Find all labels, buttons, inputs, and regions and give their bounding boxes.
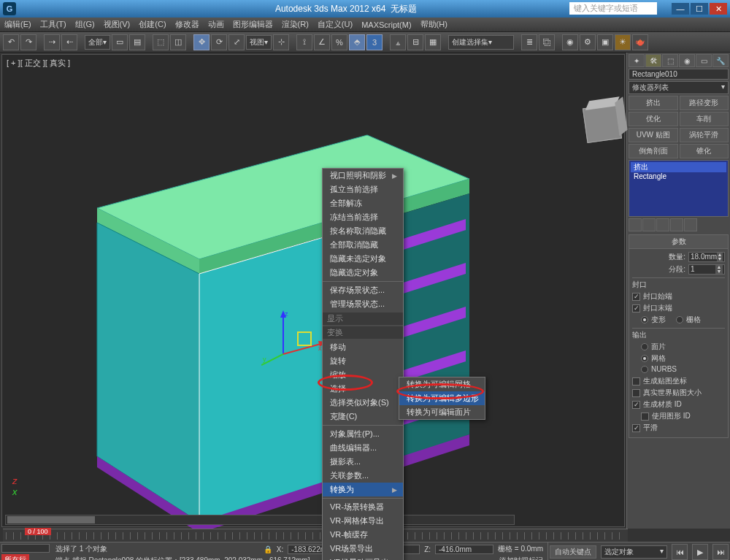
next-key-button[interactable]: ⏭ bbox=[712, 544, 729, 560]
select-object-button[interactable]: ⬚ bbox=[153, 34, 169, 50]
menu-item[interactable]: 视图(V) bbox=[104, 19, 131, 30]
gen-map-checkbox[interactable] bbox=[632, 377, 640, 386]
modifier-button[interactable]: 路径变形 bbox=[680, 96, 729, 110]
menu-item[interactable]: 自定义(U) bbox=[318, 19, 353, 30]
amount-spinner[interactable]: 18.0mm▲▼ bbox=[688, 252, 725, 262]
modifier-button[interactable]: 锥化 bbox=[680, 144, 729, 158]
modifier-button[interactable]: 倒角剖面 bbox=[629, 144, 678, 158]
make-unique-icon[interactable] bbox=[656, 218, 669, 231]
viewport-scrollbar[interactable] bbox=[5, 515, 515, 525]
transform-gizmo[interactable]: z y x bbox=[261, 310, 327, 376]
context-menu-item[interactable]: 视口照明和阴影▶ bbox=[323, 169, 403, 183]
segments-spinner[interactable]: 1▲▼ bbox=[688, 264, 725, 275]
render-frame-button[interactable]: ▣ bbox=[597, 34, 613, 50]
context-menu-item[interactable]: 隐藏选定对象 bbox=[323, 266, 403, 280]
cap-start-checkbox[interactable]: ✓ bbox=[632, 293, 640, 301]
context-menu-item[interactable]: VR-网格体导出 bbox=[323, 514, 403, 528]
modifier-stack[interactable]: 挤出 Rectangle bbox=[629, 160, 729, 217]
script-mini-listener[interactable] bbox=[1, 544, 50, 553]
cap-end-checkbox[interactable]: ✓ bbox=[632, 304, 640, 312]
morph-radio[interactable] bbox=[641, 316, 648, 323]
named-selection-dropdown[interactable]: 创建选择集 ▾ bbox=[448, 35, 514, 50]
align-button[interactable]: ⊟ bbox=[407, 34, 423, 50]
angle-snap-toggle[interactable]: ∠ bbox=[314, 34, 330, 50]
menu-item[interactable]: 图形编辑器 bbox=[233, 19, 273, 30]
context-menu-item[interactable]: 隐藏未选定对象 bbox=[323, 252, 403, 266]
modifier-stack-item[interactable]: Rectangle bbox=[631, 172, 726, 180]
close-button[interactable]: ✕ bbox=[710, 3, 727, 15]
minimize-button[interactable]: — bbox=[672, 3, 689, 15]
schematic-button[interactable]: ⿻ bbox=[539, 34, 555, 50]
show-result-icon[interactable] bbox=[642, 218, 656, 231]
context-menu-item[interactable]: VR场景导出 bbox=[323, 542, 403, 556]
output-patch-radio[interactable] bbox=[641, 343, 648, 350]
context-menu-item[interactable]: 旋转 bbox=[323, 354, 403, 368]
context-menu-item[interactable]: 孤立当前选择 bbox=[323, 183, 403, 196]
auto-key-button[interactable]: 自动关键点 bbox=[550, 545, 596, 559]
remove-mod-icon[interactable] bbox=[670, 218, 683, 231]
viewport[interactable]: [ + ][ 正交 ][ 真实 ] zx bbox=[1, 54, 625, 527]
context-menu-item[interactable]: 缩放 bbox=[323, 368, 403, 382]
time-slider-thumb[interactable]: 0 / 100 bbox=[25, 528, 51, 535]
grid-radio[interactable] bbox=[676, 316, 683, 323]
redo-button[interactable]: ↷ bbox=[20, 34, 36, 50]
quick-render-button[interactable]: ☀ bbox=[615, 34, 631, 50]
context-menu-item[interactable]: 管理场景状态... bbox=[323, 297, 403, 311]
create-tab[interactable]: ✦ bbox=[629, 54, 645, 67]
context-menu-item[interactable]: 转换为可编辑多边形 bbox=[399, 391, 485, 405]
select-name-button[interactable]: ▤ bbox=[129, 34, 145, 50]
prev-key-button[interactable]: ⏮ bbox=[672, 544, 688, 560]
modifier-button[interactable]: 优化 bbox=[629, 112, 678, 126]
modifier-stack-item[interactable]: 挤出 bbox=[631, 162, 726, 172]
motion-tab[interactable]: ◉ bbox=[679, 54, 695, 67]
percent-snap-toggle[interactable]: % bbox=[331, 34, 347, 50]
menu-item[interactable]: MAXScript(M) bbox=[361, 20, 411, 29]
mirror-button[interactable]: ⟁ bbox=[390, 34, 406, 50]
context-menu-item[interactable]: VR-场景转换器 bbox=[323, 500, 403, 514]
select-region-button[interactable]: ◫ bbox=[170, 34, 186, 50]
context-menu-item[interactable]: 全部取消隐藏 bbox=[323, 238, 403, 252]
context-menu-item[interactable]: VR场景动画导出 bbox=[323, 556, 403, 560]
context-menu-item[interactable]: 选择 bbox=[323, 382, 403, 396]
modifier-button[interactable]: 涡轮平滑 bbox=[680, 128, 729, 142]
context-menu-item[interactable]: 曲线编辑器... bbox=[323, 441, 403, 455]
configure-sets-icon[interactable] bbox=[684, 218, 697, 231]
teapot-render-button[interactable]: 🫖 bbox=[632, 34, 648, 50]
menu-item[interactable]: 动画 bbox=[208, 19, 224, 30]
context-menu-item[interactable]: 按名称取消隐藏 bbox=[323, 224, 403, 238]
modifier-button[interactable]: 车削 bbox=[680, 112, 729, 126]
modifier-button[interactable]: 挤出 bbox=[629, 96, 678, 110]
pivot-button[interactable]: ⊹ bbox=[273, 34, 289, 50]
ref-coord-dropdown[interactable]: 视图 ▾ bbox=[246, 35, 272, 50]
menu-item[interactable]: 修改器 bbox=[175, 19, 199, 30]
display-tab[interactable]: ▭ bbox=[696, 54, 712, 67]
material-editor-button[interactable]: ◉ bbox=[562, 34, 578, 50]
help-search-input[interactable]: 键入关键字或短语 bbox=[569, 2, 657, 15]
scale-button[interactable]: ⤢ bbox=[228, 34, 245, 50]
context-menu-item[interactable]: 选择类似对象(S) bbox=[323, 396, 403, 410]
context-menu-item[interactable]: 保存场景状态... bbox=[323, 283, 403, 297]
use-shape-checkbox[interactable] bbox=[641, 413, 649, 421]
unlink-button[interactable]: ⇠ bbox=[61, 34, 77, 50]
modifier-list-dropdown[interactable]: 修改器列表▾ bbox=[629, 81, 729, 94]
add-time-tag[interactable]: 添加时间标记 bbox=[499, 556, 543, 560]
context-menu-item[interactable]: 克隆(C) bbox=[323, 410, 403, 423]
undo-button[interactable]: ↶ bbox=[3, 34, 19, 50]
context-menu-item[interactable]: 摄影表... bbox=[323, 455, 403, 469]
move-button[interactable]: ✥ bbox=[193, 34, 210, 50]
context-menu-item[interactable]: VR-帧缓存 bbox=[323, 528, 403, 542]
menu-item[interactable]: 创建(C) bbox=[139, 19, 166, 30]
menu-item[interactable]: 编辑(E) bbox=[4, 19, 31, 30]
key-target-dropdown[interactable]: 选定对象▾ bbox=[601, 545, 667, 559]
layer-button[interactable]: ≣ bbox=[521, 34, 537, 50]
utilities-tab[interactable]: 🔧 bbox=[712, 54, 729, 67]
object-name-field[interactable]: Rectangle010 bbox=[629, 69, 729, 80]
modify-tab[interactable]: 🛠 bbox=[645, 54, 661, 67]
viewport-label[interactable]: [ + ][ 正交 ][ 真实 ] bbox=[7, 58, 70, 69]
coord-z[interactable]: -416.0mm bbox=[435, 545, 493, 554]
context-menu-item[interactable]: 转换为可编辑面片 bbox=[399, 405, 485, 419]
array-button[interactable]: ▦ bbox=[425, 34, 441, 50]
hierarchy-tab[interactable]: ⬚ bbox=[662, 54, 678, 67]
gen-mat-checkbox[interactable]: ✓ bbox=[632, 401, 640, 409]
spinner-snap-toggle[interactable]: ⬘ bbox=[349, 34, 365, 50]
